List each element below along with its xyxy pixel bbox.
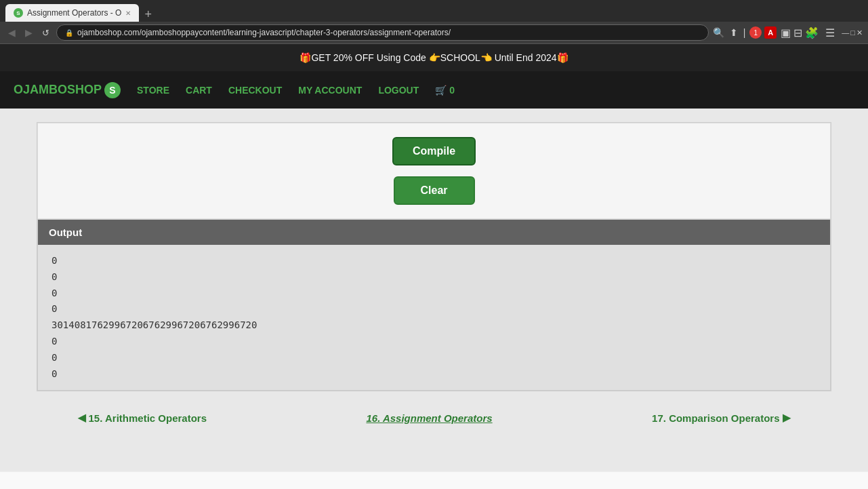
active-tab[interactable]: S Assignment Operators - O ✕ [5, 4, 139, 22]
cart-nav-item[interactable]: CART [186, 85, 212, 96]
back-button[interactable]: ◀ [5, 26, 18, 39]
clear-button[interactable]: Clear [394, 176, 475, 205]
window-buttons: — □ ✕ [842, 28, 863, 37]
extensions-area: 1 A [749, 26, 777, 39]
extension-badge[interactable]: 1 [749, 26, 762, 39]
minimize-button[interactable]: — [842, 28, 849, 37]
output-line-6: 0 [51, 334, 817, 350]
close-button[interactable]: ✕ [856, 28, 863, 37]
toolbar-icons: 🔍 ⬆ | [713, 27, 746, 38]
my-account-nav-item[interactable]: MY ACCOUNT [298, 85, 362, 96]
code-outer-container: Compile Clear Output 0 0 0 0 30140817629… [37, 122, 831, 391]
output-section: Output 0 0 0 0 3014081762996720676299672… [37, 219, 831, 391]
footer: About Contact [0, 471, 868, 489]
browser-toolbar: ◀ ▶ ↺ 🔒 ojamboshop.com/ojamboshoppaycont… [0, 22, 868, 44]
compile-button[interactable]: Compile [392, 137, 476, 165]
new-tab-button[interactable]: + [139, 7, 157, 22]
prev-arrow-icon: ◀ [78, 412, 86, 424]
lesson-nav: ◀ 15. Arithmetic Operators 16. Assignmen… [41, 391, 827, 444]
forward-button[interactable]: ▶ [22, 26, 35, 39]
store-nav-item[interactable]: STORE [137, 85, 169, 96]
promo-banner: 🎁GET 20% OFF Using Code 👉SCHOOL👈 Until E… [0, 44, 868, 71]
main-nav: OJAMBOSHOP S STORE CART CHECKOUT MY ACCO… [0, 71, 868, 109]
output-body: 0 0 0 0 30140817629967206762996720676299… [38, 245, 830, 390]
rss-icon: | [743, 27, 746, 38]
cart-icon-area[interactable]: 🛒 0 [435, 85, 455, 96]
sidebar-icon[interactable]: ▣ [781, 26, 791, 39]
refresh-button[interactable]: ↺ [39, 26, 52, 39]
extensions-icon[interactable]: 🧩 [805, 26, 819, 39]
output-line-1: 0 [51, 253, 817, 269]
logo-s-icon: S [104, 82, 121, 98]
extension-icon[interactable]: A [764, 26, 777, 39]
prev-lesson-label: 15. Arithmetic Operators [89, 412, 207, 424]
main-content: Compile Clear Output 0 0 0 0 30140817629… [0, 109, 868, 471]
search-icon[interactable]: 🔍 [713, 27, 724, 38]
share-icon[interactable]: ⬆ [730, 27, 738, 38]
maximize-button[interactable]: □ [850, 28, 855, 37]
nav-logo[interactable]: OJAMBOSHOP S [14, 82, 121, 98]
split-icon[interactable]: ⊟ [793, 26, 802, 39]
output-line-4: 0 [51, 301, 817, 317]
buttons-area: Compile Clear [37, 123, 831, 219]
output-header: Output [38, 220, 830, 245]
current-lesson-label[interactable]: 16. Assignment Operators [366, 412, 492, 424]
output-line-7: 0 [51, 350, 817, 366]
next-lesson-link[interactable]: 17. Comparison Operators ▶ [652, 412, 790, 424]
cart-emoji-icon: 🛒 [435, 85, 447, 96]
output-line-8: 0 [51, 366, 817, 383]
output-line-2: 0 [51, 269, 817, 286]
next-lesson-label: 17. Comparison Operators [652, 412, 779, 424]
logout-nav-item[interactable]: LOGOUT [378, 85, 419, 96]
address-bar[interactable]: 🔒 ojamboshop.com/ojamboshoppaycontent/le… [56, 24, 709, 41]
browser-chrome: S Assignment Operators - O ✕ + ◀ ▶ ↺ 🔒 o… [0, 0, 868, 44]
page: 🎁GET 20% OFF Using Code 👉SCHOOL👈 Until E… [0, 44, 868, 489]
prev-lesson-link[interactable]: ◀ 15. Arithmetic Operators [78, 412, 207, 424]
tab-close-button[interactable]: ✕ [125, 9, 131, 17]
checkout-nav-item[interactable]: CHECKOUT [228, 85, 282, 96]
lock-icon: 🔒 [65, 29, 73, 37]
output-line-3: 0 [51, 286, 817, 302]
tab-title: Assignment Operators - O [27, 8, 121, 18]
promo-text: 🎁GET 20% OFF Using Code 👉SCHOOL👈 Until E… [299, 52, 568, 63]
output-line-5: 301408176299672067629967206762996720 [51, 317, 817, 334]
logo-text[interactable]: OJAMBOSHOP [14, 83, 102, 97]
tab-bar: S Assignment Operators - O ✕ + [0, 0, 868, 22]
next-arrow-icon: ▶ [783, 412, 791, 424]
tab-favicon: S [14, 8, 23, 18]
url-text: ojamboshop.com/ojamboshoppaycontent/lear… [77, 28, 700, 37]
browser-menu-button[interactable]: ☰ [823, 25, 838, 41]
window-controls: ▣ ⊟ 🧩 [781, 26, 819, 39]
cart-count: 0 [449, 85, 455, 96]
